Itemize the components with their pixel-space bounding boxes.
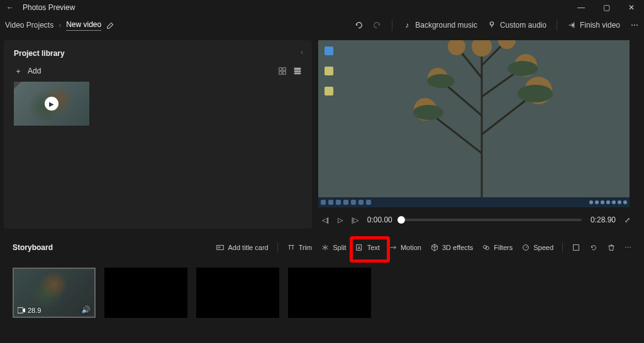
preview-image [375, 40, 589, 197]
clip-duration: 28.9 [28, 307, 41, 314]
svg-point-0 [490, 22, 493, 25]
add-media-button[interactable]: ＋ Add [14, 67, 41, 75]
storyboard-clip[interactable] [196, 268, 279, 318]
crop-icon [572, 243, 580, 252]
minimize-button[interactable]: — [569, 3, 594, 12]
delete-button[interactable] [607, 243, 616, 252]
svg-rect-2 [283, 68, 286, 70]
finish-video-label: Finish video [580, 21, 620, 30]
finish-video-button[interactable]: Finish video [567, 21, 620, 30]
rotate-button[interactable] [589, 243, 598, 252]
storyboard-toolbar: Storyboard Add title card Trim Split A T… [13, 239, 631, 256]
motion-icon [389, 243, 397, 252]
video-icon [18, 307, 25, 313]
rename-button[interactable] [106, 21, 115, 30]
chevron-right-icon: › [58, 21, 61, 30]
motion-button[interactable]: Motion [389, 243, 421, 252]
desktop-icon [325, 67, 333, 75]
svg-point-18 [508, 61, 538, 76]
svg-rect-26 [18, 308, 23, 313]
storyboard-clip[interactable]: 28.9 🔊 [13, 268, 96, 318]
svg-point-14 [472, 40, 492, 57]
background-music-label: Background music [415, 21, 477, 30]
list-view-button[interactable] [293, 67, 302, 75]
next-frame-button[interactable]: |▷ [352, 216, 358, 224]
custom-audio-button[interactable]: Custom audio [487, 21, 547, 30]
speaker-icon: 🔊 [81, 305, 91, 314]
seek-knob[interactable] [397, 216, 405, 224]
maximize-button[interactable]: ▢ [594, 3, 619, 12]
header-toolbar: Video Projects › New video ♪ Background … [0, 15, 644, 35]
text-button[interactable]: A Text [355, 243, 380, 252]
split-icon [321, 243, 330, 252]
header-tools: ♪ Background music Custom audio Finish v… [354, 19, 639, 31]
title-card-icon [216, 243, 225, 252]
step-back-icon: ◁| [322, 216, 329, 224]
storyboard-title: Storyboard [13, 243, 53, 252]
svg-rect-4 [283, 72, 286, 74]
rotate-icon [589, 243, 598, 252]
grid-view-button[interactable] [278, 67, 287, 75]
svg-text:A: A [357, 246, 360, 250]
storyboard-clip[interactable] [104, 268, 187, 318]
storyboard-panel: Storyboard Add title card Trim Split A T… [0, 232, 644, 322]
split-button[interactable]: Split [321, 243, 346, 252]
redo-button[interactable] [373, 21, 382, 30]
trim-button[interactable]: Trim [287, 243, 313, 252]
more-actions-button[interactable]: ⋯ [625, 244, 631, 252]
taskbar [318, 197, 630, 207]
svg-point-15 [413, 105, 443, 120]
list-icon [293, 67, 302, 75]
text-icon: A [355, 243, 364, 252]
fullscreen-button[interactable]: ⤢ [625, 216, 630, 224]
ellipsis-icon: ⋯ [630, 21, 639, 30]
svg-point-16 [518, 85, 553, 102]
storyboard-clips: 28.9 🔊 [13, 268, 631, 318]
collapse-button[interactable]: ‹ [301, 48, 303, 57]
pencil-icon [106, 21, 115, 30]
back-button[interactable]: ← [0, 3, 20, 12]
ellipsis-icon: ⋯ [625, 244, 631, 252]
close-button[interactable]: ✕ [619, 3, 644, 12]
project-library-panel: Project library ‹ ＋ Add ▶ [4, 40, 312, 229]
arrow-left-icon: ← [6, 3, 14, 12]
expand-icon: ⤢ [625, 216, 630, 224]
main-content: Project library ‹ ＋ Add ▶ [0, 35, 644, 232]
3d-effects-button[interactable]: 3D effects [430, 243, 473, 252]
redo-icon [373, 21, 382, 30]
svg-rect-1 [279, 68, 282, 70]
duration: 0:28.90 [591, 215, 616, 224]
desktop-icon [325, 87, 333, 95]
library-item[interactable]: ▶ [14, 82, 89, 126]
undo-button[interactable] [354, 21, 363, 30]
step-forward-icon: |▷ [352, 216, 358, 224]
svg-rect-25 [574, 245, 579, 251]
resize-button[interactable] [572, 243, 580, 252]
audio-icon [487, 21, 496, 30]
background-music-button[interactable]: ♪ Background music [402, 21, 477, 30]
preview-panel: ◁| ▷ |▷ 0:00.00 0:28.90 ⤢ [318, 40, 644, 232]
add-title-card-button[interactable]: Add title card [216, 243, 268, 252]
export-icon [567, 21, 576, 30]
speed-icon [521, 243, 530, 252]
plus-icon: ＋ [14, 67, 23, 75]
storyboard-clip[interactable] [288, 268, 371, 318]
clip-volume-button[interactable]: 🔊 [81, 305, 91, 314]
video-preview[interactable] [318, 40, 630, 207]
current-time: 0:00.00 [367, 215, 392, 224]
seek-slider[interactable] [401, 219, 582, 221]
breadcrumb-current[interactable]: New video [66, 20, 101, 31]
play-button[interactable]: ▷ [338, 216, 343, 224]
more-button[interactable]: ⋯ [630, 21, 639, 30]
library-title: Project library [14, 49, 302, 58]
breadcrumb-root[interactable]: Video Projects [5, 21, 53, 30]
titlebar: ← Photos Preview — ▢ ✕ [0, 0, 644, 15]
filters-button[interactable]: Filters [482, 243, 513, 252]
grid-icon [278, 67, 287, 75]
prev-frame-button[interactable]: ◁| [322, 216, 329, 224]
speed-button[interactable]: Speed [521, 243, 553, 252]
play-icon: ▷ [338, 216, 343, 224]
playback-controls: ◁| ▷ |▷ 0:00.00 0:28.90 ⤢ [318, 207, 634, 232]
svg-rect-5 [294, 68, 301, 70]
music-icon: ♪ [402, 21, 411, 30]
